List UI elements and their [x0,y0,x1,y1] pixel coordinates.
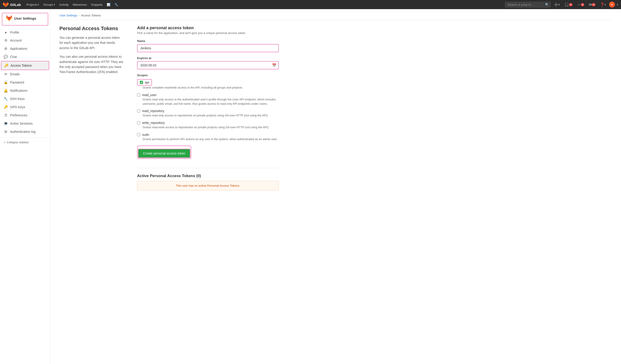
scope-api-checkbox[interactable] [140,81,143,84]
collapse-label: Collapse sidebar [7,141,29,144]
sidebar-label-applications: Applications [10,47,27,50]
breadcrumb-parent-link[interactable]: User Settings [59,14,77,17]
expires-field-group: Expires at 📅 [137,56,279,69]
scope-read-repository: read_repository Grants read-only access … [137,109,279,118]
form-section-title: Add a personal access token [137,26,279,30]
nav-projects[interactable]: Projects ▾ [25,2,41,7]
nav-milestones[interactable]: Milestones [71,2,89,7]
issues-button[interactable]: 🎧1 [563,1,574,8]
scope-sudo-label: sudo [142,133,149,137]
sidebar-label-profile: Profile [10,31,19,34]
sidebar-item-auth-log[interactable]: ⊞ Authentication log [0,127,50,136]
topnav-right: 🔍 ➕ ▾ 🎧1 ↔1 ✉1 ❓ ▾ U ▾ [505,1,618,8]
auth-log-icon: ⊞ [4,130,8,134]
scope-sudo: sudo Grants permission to perform API ac… [137,133,279,142]
sidebar-item-gpg-keys[interactable]: 🔑 GPG Keys [0,103,50,111]
scope-write-repository-desc: Grants read-write access to repositories… [137,125,279,130]
scope-read-user-row: read_user [137,93,279,97]
nav-chart[interactable]: 📊 [105,2,112,7]
nav-groups[interactable]: Groups ▾ [41,2,57,7]
sidebar-item-profile[interactable]: ● Profile [0,28,50,36]
scope-write-repository: write_repository Grants read-write acces… [137,121,279,130]
scope-write-repository-label: write_repository [142,121,165,125]
collapse-sidebar-button[interactable]: « Collapse sidebar [0,138,50,147]
nav-wrench[interactable]: 🔧 [113,2,120,7]
scopes-group: Scopes api Grants complete read/write ac… [137,74,279,142]
expires-label: Expires at [137,56,279,60]
gpg-icon: 🔑 [4,105,8,109]
left-column: Personal Access Tokens You can generate … [59,26,123,190]
sidebar-item-account[interactable]: ⚙ Account [0,36,50,45]
nav-activity[interactable]: Activity [57,2,70,7]
user-avatar[interactable]: U [609,1,615,8]
sidebar-item-notifications[interactable]: 🔔 Notifications [0,86,50,95]
sidebar-item-access-tokens[interactable]: 🔑 Access Tokens [1,61,49,70]
help-button[interactable]: ❓ ▾ [599,1,607,8]
name-label: Name [137,39,279,43]
sidebar-label-account: Account [10,39,22,42]
search-input[interactable] [505,2,551,8]
scope-sudo-checkbox[interactable] [137,133,140,136]
two-column-layout: Personal Access Tokens You can generate … [59,26,612,190]
expires-input[interactable] [137,61,279,69]
sidebar-label-access-tokens: Access Tokens [11,64,32,67]
name-field-group: Name [137,39,279,52]
plus-button[interactable]: ➕ ▾ [552,1,561,8]
preferences-icon: ☰ [4,113,8,117]
sidebar-label-ssh-keys: SSH Keys [10,97,25,101]
active-sessions-icon: 💻 [4,121,8,126]
date-input-wrapper: 📅 [137,61,279,69]
avatar-chevron[interactable]: ▾ [617,3,618,6]
create-token-button-wrapper: Create personal access token [137,146,191,159]
access-tokens-icon: 🔑 [4,63,8,67]
create-token-button[interactable]: Create personal access token [138,149,190,158]
topnav-logo-text: GitLab [10,3,21,7]
scopes-label: Scopes [137,74,279,77]
applications-icon: ⊞ [4,47,8,51]
page-title: Personal Access Tokens [59,26,123,32]
scope-read-user-label: read_user [142,93,156,97]
notifications-icon: 🔔 [4,89,8,93]
account-icon: ⚙ [4,38,8,42]
sidebar-label-gpg-keys: GPG Keys [10,105,25,109]
sidebar-title: User Settings [14,16,36,20]
todos-button[interactable]: ✉1 [587,1,597,8]
sidebar-label-auth-log: Authentication log [10,130,35,133]
gitlab-logo[interactable]: GitLab [3,1,21,8]
scope-api-label: api [145,80,149,84]
sidebar-label-chat: Chat [10,55,17,59]
scope-read-repository-row: read_repository [137,109,279,113]
sidebar-item-chat[interactable]: 💬 Chat [0,53,50,61]
page-description-2: You can also use personal access tokens … [59,54,123,75]
sidebar-item-preferences[interactable]: ☰ Preferences [0,111,50,119]
sidebar-item-ssh-keys[interactable]: 🔧 SSH Keys [0,95,50,103]
search-wrapper: 🔍 [505,2,551,8]
breadcrumb-separator: › [79,14,80,17]
breadcrumb: User Settings › Access Tokens [59,14,612,20]
scope-write-repository-row: write_repository [137,121,279,125]
sidebar-item-emails[interactable]: ✉ Emails [0,70,50,78]
app-layout: User Settings ● Profile ⚙ Account ⊞ Appl… [0,9,621,364]
topnav: GitLab Projects ▾ Groups ▾ Activity Mile… [0,0,621,9]
sidebar-item-password[interactable]: 🔒 Password [0,78,50,86]
merge-requests-button[interactable]: ↔1 [576,1,586,8]
active-tokens-title: Active Personal Access Tokens (0) [137,174,279,178]
form-section-desc: Pick a name for the application, and we'… [137,31,279,35]
scope-read-repository-desc: Grants read-only access to repositories … [137,113,279,118]
password-icon: 🔒 [4,80,8,84]
sidebar-item-applications[interactable]: ⊞ Applications [0,45,50,53]
no-tokens-message: This user has no active Personal Access … [137,181,279,190]
collapse-icon: « [4,141,5,144]
scope-api: api Grants complete read/write access to… [137,79,279,90]
nav-snippets[interactable]: Snippets [89,2,104,7]
sidebar-item-active-sessions[interactable]: 💻 Active Sessions [0,119,50,127]
scope-write-repository-checkbox[interactable] [137,121,140,124]
chat-icon: 💬 [4,55,8,59]
scope-read-repository-label: read_repository [142,109,164,113]
active-tokens-section: Active Personal Access Tokens (0) This u… [137,168,279,190]
scope-read-user-checkbox[interactable] [137,93,140,96]
scope-read-repository-checkbox[interactable] [137,109,140,112]
search-icon: 🔍 [545,3,549,6]
name-input[interactable] [137,44,279,52]
scope-read-user: read_user Grants read-only access to the… [137,93,279,106]
